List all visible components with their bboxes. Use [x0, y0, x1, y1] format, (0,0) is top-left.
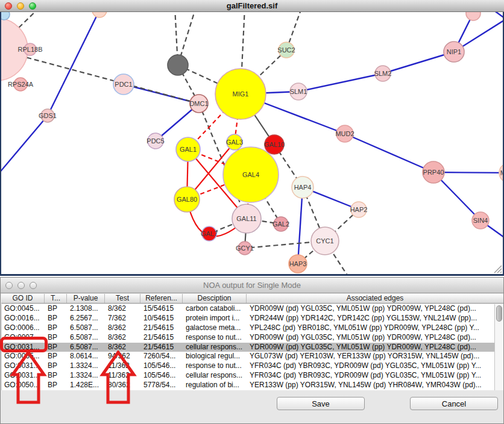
cell-reference: 7260/54... — [141, 352, 183, 361]
cell-reference: 10/54615 — [141, 314, 183, 323]
node-label-GAL11: GAL11 — [236, 215, 256, 222]
cell-description: biological regul... — [183, 352, 247, 361]
node-label-MUD2: MUD2 — [335, 130, 354, 137]
node-tinyblue[interactable] — [0, 12, 10, 20]
cell-description: carbon cataboli... — [183, 304, 247, 314]
node-label-PDC5: PDC5 — [146, 137, 164, 145]
node-topright[interactable] — [466, 12, 480, 20]
edge-SLM2-NIP1[interactable] — [383, 52, 454, 73]
cell-description: regulation of bi... — [183, 381, 247, 390]
scrollbar-thumb[interactable] — [496, 305, 502, 322]
cell-edges: YFR034C (pd) YBR093C, YDR009W (pd) YGL03… — [247, 361, 494, 371]
node-label-HAP4: HAP4 — [294, 184, 312, 191]
cell-reference: 15/54615 — [141, 304, 183, 314]
noa-window-titlebar[interactable]: NOA output for Single Mode — [1, 278, 503, 293]
network-window-titlebar[interactable]: galFiltered.sif — [0, 0, 504, 12]
cell-type: BP — [45, 343, 68, 352]
column-header-p_value[interactable]: P-value — [67, 294, 105, 303]
node-label-PDC1: PDC1 — [115, 81, 132, 88]
cell-type: BP — [45, 381, 68, 390]
cell-type: BP — [45, 304, 68, 314]
save-button[interactable]: Save — [277, 397, 365, 410]
node-topcenter[interactable] — [92, 12, 107, 17]
traffic-lights-inactive — [5, 282, 37, 289]
node-label-GCY1: GCY1 — [236, 245, 254, 252]
column-header-reference[interactable]: Referen... — [140, 294, 183, 303]
zoom-button[interactable] — [29, 2, 36, 10]
table-row-5[interactable]: GO:0065...BP8.0614...94/3627260/54...bio… — [2, 352, 494, 361]
table-row-1[interactable]: GO:0016...BP6.2567...7/36210/54615protei… — [2, 314, 494, 323]
node-label-GAL10: GAL10 — [264, 141, 285, 148]
cell-reference: 105/546... — [141, 371, 183, 381]
edge-MUD2-PRP40[interactable] — [345, 134, 433, 172]
table-row-6[interactable]: GO:0031...BP1.3324...11/362105/546...res… — [2, 361, 494, 371]
cell-edges: YDR244W (pp) YDR142C, YDR142C (pp) YGL15… — [247, 314, 494, 323]
node-label-GAL4: GAL4 — [242, 171, 259, 178]
resize-grip[interactable] — [493, 264, 502, 273]
node-label-SLM2: SLM2 — [374, 70, 392, 77]
node-label-RPS24A: RPS24A — [8, 81, 34, 88]
cell-test: 8/362 — [106, 333, 141, 343]
table-row-8[interactable]: GO:0050...BP1.428E...80/3625778/54...reg… — [2, 381, 494, 390]
cell-test: 8/362 — [106, 304, 141, 314]
node-label-NIP1: NIP1 — [447, 48, 461, 55]
table-row-2[interactable]: GO:0006...BP6.5087...8/36221/54615galact… — [2, 323, 494, 333]
node-label-PRP40: PRP40 — [423, 169, 444, 176]
table-scrollbar[interactable] — [494, 304, 503, 390]
cell-description: cellular respons... — [183, 371, 247, 381]
close-button[interactable] — [5, 282, 13, 289]
traffic-lights — [5, 2, 36, 10]
column-header-description[interactable]: Desciption — [183, 294, 247, 303]
table-row-0[interactable]: GO:0045...BP2.1308...8/36215/54615carbon… — [2, 304, 494, 314]
minimize-button[interactable] — [17, 282, 25, 289]
edge-SLM1-SLM2[interactable] — [298, 73, 383, 92]
annotation-arrow-goid — [8, 351, 48, 408]
cell-edges: YGL073W (pd) YER103W, YER133W (pp) YOR31… — [247, 352, 494, 361]
cell-type: BP — [45, 361, 68, 371]
column-header-type[interactable]: T... — [45, 294, 67, 303]
cell-go_id: GO:0006... — [2, 323, 45, 333]
node-label-GAL2: GAL2 — [272, 220, 289, 228]
close-button[interactable] — [5, 2, 12, 10]
node-label-HAP3: HAP3 — [289, 260, 307, 267]
cell-description: galactose meta... — [183, 323, 247, 333]
cell-reference: 105/546... — [141, 361, 183, 371]
edge-HAP4-HAP3[interactable] — [298, 187, 303, 264]
zoom-button[interactable] — [30, 282, 37, 289]
cell-description: response to nut... — [183, 333, 247, 343]
node-label-MSL1: MSL1 — [500, 169, 504, 176]
table-row-3[interactable]: GO:0007...BP6.5087...8/36221/54615respon… — [2, 333, 494, 343]
node-label-DMC1: DMC1 — [189, 100, 208, 107]
edge-topcenter-GDS1[interactable] — [48, 12, 99, 116]
table-header: GO IDT...P-valueTestReferen...Desciption… — [1, 294, 503, 304]
network-window-title: galFiltered.sif — [0, 0, 504, 11]
cell-reference: 21/54615 — [141, 323, 183, 333]
node-label-GAL80: GAL80 — [177, 196, 197, 203]
node-label-CYC1: CYC1 — [316, 237, 333, 245]
cell-reference: 5778/54... — [141, 381, 183, 390]
cell-go_id: GO:0045... — [2, 304, 45, 314]
edge-GDS1-vBL[interactable] — [0, 116, 48, 173]
column-header-edges[interactable]: Associated edges — [247, 294, 503, 303]
node-label-RPL18B: RPL18B — [18, 46, 43, 53]
edge-vCA-vCB[interactable] — [490, 12, 504, 22]
network-graph[interactable]: RPL18BRPS24AGDS1PDC1MIG1DMC1SUC2SLM1SLM2… — [0, 12, 504, 276]
node-label-SLM1: SLM1 — [290, 88, 307, 95]
cell-type: BP — [45, 314, 68, 323]
noa-output-window: NOA output for Single Mode GO IDT...P-va… — [0, 277, 504, 424]
cell-reference: 21/54615 — [141, 333, 183, 343]
minimize-button[interactable] — [17, 2, 24, 10]
node-label-GAL7: GAL7 — [201, 230, 218, 237]
node-label-HAP2: HAP2 — [350, 206, 368, 213]
cancel-button[interactable]: Cancel — [410, 397, 498, 410]
cell-test: 8/362 — [106, 323, 141, 333]
table-row-4[interactable]: GO:0031...BP6.5087...8/36221/54615cellul… — [2, 343, 494, 352]
node-gray1[interactable] — [168, 55, 188, 75]
cell-type: BP — [45, 352, 68, 361]
table-row-7[interactable]: GO:0031...BP1.3324...11/362105/546...cel… — [2, 371, 494, 381]
column-header-go_id[interactable]: GO ID — [1, 294, 45, 303]
network-canvas[interactable]: RPL18BRPS24AGDS1PDC1MIG1DMC1SUC2SLM1SLM2… — [0, 12, 504, 276]
column-header-test[interactable]: Test — [105, 294, 140, 303]
node-label-GDS1: GDS1 — [39, 112, 57, 119]
node-label-SIN4: SIN4 — [473, 217, 488, 224]
